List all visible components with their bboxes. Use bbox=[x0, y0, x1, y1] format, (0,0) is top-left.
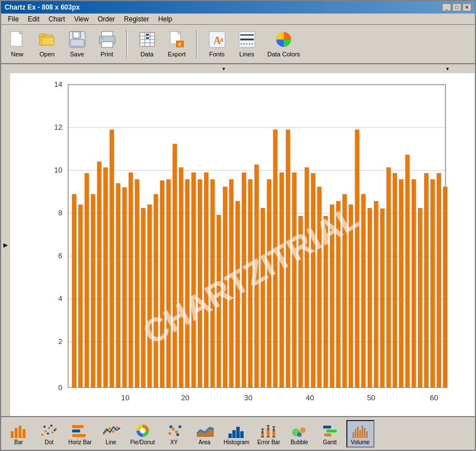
menu-register[interactable]: Register bbox=[120, 14, 154, 24]
chart-type-histogram[interactable]: Histogram bbox=[221, 421, 253, 447]
menu-chart[interactable]: Chart bbox=[44, 14, 69, 24]
svg-point-140 bbox=[178, 425, 181, 428]
lines-button[interactable]: Lines bbox=[234, 28, 259, 60]
svg-rect-145 bbox=[228, 434, 232, 438]
svg-rect-73 bbox=[173, 144, 177, 388]
chart-type-xy[interactable]: XY bbox=[160, 421, 188, 447]
fonts-label: Fonts bbox=[209, 51, 225, 58]
open-button[interactable]: Open bbox=[34, 28, 60, 60]
data-colors-button[interactable]: Data Colors bbox=[264, 28, 303, 60]
svg-rect-57 bbox=[72, 194, 76, 388]
svg-point-128 bbox=[43, 426, 46, 428]
svg-point-130 bbox=[50, 425, 52, 427]
svg-rect-74 bbox=[179, 167, 183, 387]
svg-text:40: 40 bbox=[306, 393, 314, 402]
export-icon: E bbox=[168, 30, 186, 48]
svg-rect-14 bbox=[102, 42, 113, 47]
svg-rect-115 bbox=[437, 173, 441, 387]
data-colors-icon bbox=[275, 30, 293, 48]
svg-rect-75 bbox=[186, 179, 189, 387]
svg-point-138 bbox=[171, 427, 174, 430]
svg-rect-69 bbox=[148, 205, 152, 387]
svg-point-126 bbox=[51, 431, 54, 434]
svg-rect-109 bbox=[399, 179, 403, 387]
menu-file[interactable]: File bbox=[3, 14, 23, 24]
chart-type-pie[interactable]: Pie/Donut bbox=[127, 421, 158, 447]
save-button[interactable]: Save bbox=[64, 28, 90, 60]
new-button[interactable]: New bbox=[5, 28, 30, 60]
menu-view[interactable]: View bbox=[69, 14, 93, 24]
chart-type-gantt[interactable]: Gantt bbox=[316, 421, 344, 447]
line-label: Line bbox=[105, 439, 116, 445]
menu-order[interactable]: Order bbox=[93, 14, 120, 24]
svg-rect-70 bbox=[154, 194, 158, 388]
scroll-right-arrow[interactable]: ▼ bbox=[444, 65, 451, 72]
menu-edit[interactable]: Edit bbox=[23, 14, 44, 24]
svg-rect-61 bbox=[97, 162, 101, 387]
main-window: Chartz Ex - 808 x 603px _ □ ✕ File Edit … bbox=[0, 0, 476, 451]
svg-rect-66 bbox=[129, 173, 133, 387]
svg-rect-5 bbox=[39, 34, 45, 36]
print-label: Print bbox=[100, 51, 113, 58]
chart-type-area[interactable]: Area bbox=[191, 421, 219, 447]
print-button[interactable]: Print bbox=[94, 28, 120, 60]
data-button[interactable]: Data bbox=[134, 28, 160, 60]
pie-chart-icon bbox=[134, 422, 152, 438]
toolbar-sep-1 bbox=[126, 30, 127, 58]
chart-type-line[interactable]: Line bbox=[97, 421, 125, 447]
svg-text:20: 20 bbox=[181, 393, 189, 402]
svg-point-162 bbox=[300, 427, 306, 433]
toolbar: New Open Save bbox=[1, 25, 475, 64]
svg-text:E: E bbox=[178, 42, 181, 47]
svg-text:2: 2 bbox=[58, 337, 62, 346]
horiz-bar-chart-icon bbox=[71, 422, 89, 438]
svg-rect-114 bbox=[431, 179, 435, 387]
fonts-button[interactable]: A a Fonts bbox=[204, 28, 230, 60]
svg-rect-119 bbox=[11, 431, 14, 438]
title-bar: Chartz Ex - 808 x 603px _ □ ✕ bbox=[1, 1, 475, 14]
export-button[interactable]: E Export bbox=[164, 28, 189, 60]
save-label: Save bbox=[70, 51, 84, 58]
svg-rect-67 bbox=[135, 179, 139, 387]
close-button[interactable]: ✕ bbox=[462, 3, 471, 11]
chart-area: 14 12 10 8 6 4 2 0 10 20 30 40 50 60 bbox=[10, 73, 475, 416]
svg-rect-72 bbox=[166, 179, 170, 387]
area-chart-icon bbox=[196, 422, 214, 438]
svg-point-163 bbox=[297, 432, 302, 437]
svg-text:14: 14 bbox=[54, 80, 63, 89]
minimize-button[interactable]: _ bbox=[442, 3, 451, 11]
menu-help[interactable]: Help bbox=[154, 14, 177, 24]
print-icon bbox=[98, 30, 116, 48]
chart-type-horiz-bar[interactable]: Horiz Bar bbox=[65, 421, 95, 447]
data-label: Data bbox=[140, 51, 153, 58]
chart-type-bar[interactable]: Bar bbox=[5, 421, 33, 447]
scroll-left-arrow[interactable]: ▼ bbox=[221, 65, 227, 72]
svg-rect-147 bbox=[236, 427, 240, 438]
chart-type-error-bar[interactable]: Error Bar bbox=[254, 421, 283, 447]
menu-bar: File Edit Chart View Order Register Help bbox=[1, 14, 475, 25]
new-label: New bbox=[11, 51, 23, 58]
svg-point-131 bbox=[54, 429, 56, 431]
svg-point-142 bbox=[176, 433, 179, 436]
svg-rect-9 bbox=[74, 33, 78, 37]
volume-chart-icon bbox=[351, 422, 369, 438]
svg-rect-76 bbox=[192, 173, 196, 387]
svg-rect-168 bbox=[355, 429, 356, 438]
export-label: Export bbox=[168, 51, 186, 58]
svg-point-123 bbox=[41, 434, 43, 436]
lines-label: Lines bbox=[239, 51, 254, 58]
window-title: Chartz Ex - 808 x 603px bbox=[5, 3, 80, 11]
svg-rect-6 bbox=[42, 37, 54, 45]
svg-point-129 bbox=[47, 432, 49, 435]
maximize-button[interactable]: □ bbox=[452, 3, 461, 11]
chart-type-dot[interactable]: Dot bbox=[35, 421, 63, 447]
area-label: Area bbox=[199, 439, 210, 445]
chart-svg: 14 12 10 8 6 4 2 0 10 20 30 40 50 60 bbox=[16, 79, 469, 410]
svg-rect-104 bbox=[368, 208, 372, 387]
chart-type-bubble[interactable]: Bubble bbox=[285, 421, 314, 447]
bubble-label: Bubble bbox=[290, 439, 308, 445]
left-scroll-arrow[interactable]: ▶ bbox=[1, 73, 10, 416]
svg-point-139 bbox=[175, 430, 178, 433]
chart-type-volume[interactable]: Volume bbox=[346, 420, 374, 448]
svg-rect-165 bbox=[327, 430, 337, 432]
